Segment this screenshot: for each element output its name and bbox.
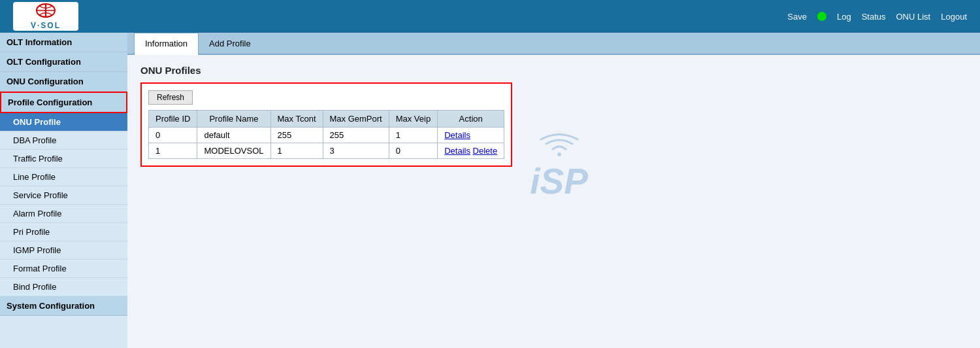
save-button[interactable]: Save: [787, 12, 807, 22]
col-profile-name: Profile Name: [197, 111, 270, 128]
col-max-gemport: Max GemPort: [323, 111, 389, 128]
sidebar-item-onu-configuration[interactable]: ONU Configuration: [0, 72, 127, 92]
action-delete-row1[interactable]: Delete: [473, 146, 498, 156]
table-row: 0default2552551Details: [149, 128, 504, 143]
sidebar-item-igmp-profile[interactable]: IGMP Profile: [0, 241, 127, 260]
sidebar-item-pri-profile[interactable]: Pri Profile: [0, 223, 127, 241]
main-content: Information Add Profile ONU Profiles Ref…: [127, 33, 980, 348]
onu-list-link[interactable]: ONU List: [896, 12, 931, 22]
cell-row1-col3: 3: [323, 143, 389, 159]
page-title: ONU Profiles: [140, 65, 967, 76]
tab-add-profile[interactable]: Add Profile: [199, 33, 261, 54]
cell-row0-col1: default: [197, 128, 270, 143]
logout-link[interactable]: Logout: [941, 12, 967, 22]
action-details-row0[interactable]: Details: [444, 130, 470, 140]
log-link[interactable]: Log: [837, 12, 851, 22]
cell-row0-col2: 255: [270, 128, 323, 143]
col-action: Action: [438, 111, 504, 128]
header: V·SOL Save Log Status ONU List Logout: [0, 0, 980, 33]
table-container: Refresh Profile ID Profile Name Max Tcon…: [140, 82, 512, 167]
table-row: 1MODELOVSOL130Details Delete: [149, 143, 504, 159]
status-indicator: [817, 12, 826, 21]
sidebar-item-onu-profile[interactable]: ONU Profile: [0, 113, 127, 131]
status-link[interactable]: Status: [862, 12, 886, 22]
table-header-row: Profile ID Profile Name Max Tcont Max Ge…: [149, 111, 504, 128]
table-body: 0default2552551Details1MODELOVSOL130Deta…: [149, 128, 504, 159]
action-details-row1[interactable]: Details: [444, 146, 470, 156]
tab-bar: Information Add Profile: [127, 33, 980, 55]
cell-row0-col3: 255: [323, 128, 389, 143]
cell-row1-col2: 1: [270, 143, 323, 159]
sidebar-item-olt-information[interactable]: OLT Information: [0, 33, 127, 52]
layout: OLT Information OLT Configuration ONU Co…: [0, 33, 980, 348]
tab-information[interactable]: Information: [134, 33, 199, 55]
sidebar-item-bind-profile[interactable]: Bind Profile: [0, 278, 127, 296]
logo-area: V·SOL: [13, 2, 78, 31]
profiles-table: Profile ID Profile Name Max Tcont Max Ge…: [148, 110, 504, 159]
cell-row0-col0: 0: [149, 128, 197, 143]
sidebar-item-olt-configuration[interactable]: OLT Configuration: [0, 52, 127, 72]
vsol-logo: V·SOL: [13, 2, 78, 31]
sidebar-item-dba-profile[interactable]: DBA Profile: [0, 131, 127, 150]
sidebar-item-profile-configuration[interactable]: Profile Configuration: [0, 92, 127, 113]
cell-row1-col4: 0: [389, 143, 437, 159]
logo-icon: [36, 3, 56, 20]
sidebar-item-service-profile[interactable]: Service Profile: [0, 186, 127, 205]
sidebar: OLT Information OLT Configuration ONU Co…: [0, 33, 127, 348]
sidebar-item-traffic-profile[interactable]: Traffic Profile: [0, 150, 127, 168]
col-max-tcont: Max Tcont: [270, 111, 323, 128]
content-area: ONU Profiles Refresh Profile ID Profile …: [127, 55, 980, 177]
header-right: Save Log Status ONU List Logout: [787, 12, 967, 22]
refresh-button[interactable]: Refresh: [148, 90, 193, 105]
cell-row0-col4: 1: [389, 128, 437, 143]
cell-row1-col0: 1: [149, 143, 197, 159]
cell-row1-action: Details Delete: [438, 143, 504, 159]
sidebar-item-system-configuration[interactable]: System Configuration: [0, 296, 127, 316]
col-max-veip: Max Veip: [389, 111, 437, 128]
sidebar-item-alarm-profile[interactable]: Alarm Profile: [0, 205, 127, 223]
logo-text: V·SOL: [31, 21, 61, 30]
cell-row0-action: Details: [438, 128, 504, 143]
col-profile-id: Profile ID: [149, 111, 197, 128]
sidebar-item-format-profile[interactable]: Format Profile: [0, 260, 127, 278]
cell-row1-col1: MODELOVSOL: [197, 143, 270, 159]
sidebar-item-line-profile[interactable]: Line Profile: [0, 168, 127, 186]
